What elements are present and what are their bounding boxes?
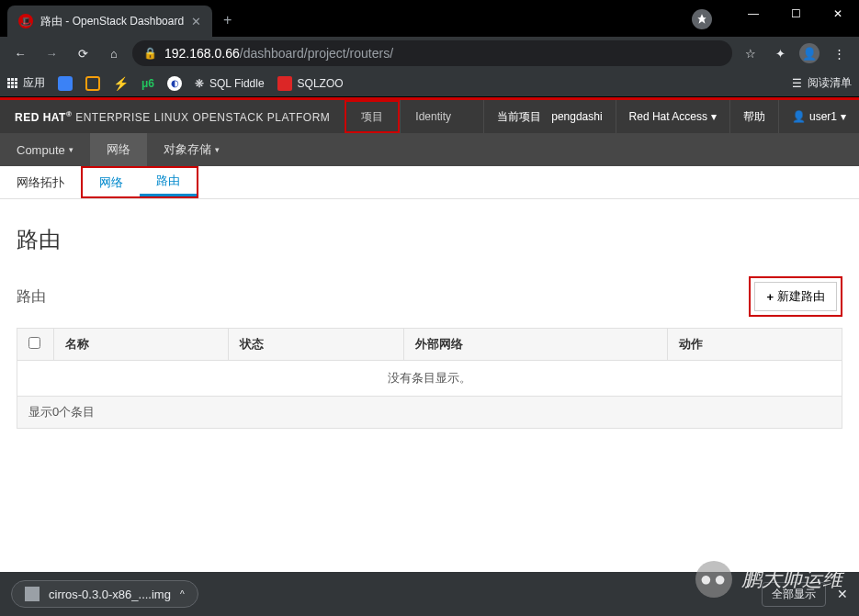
reading-list-label: 阅读清单 bbox=[808, 75, 852, 91]
bookmark-item[interactable] bbox=[85, 76, 100, 91]
toolbar-right: ☆ ✦ 👤 ⋮ bbox=[738, 40, 852, 66]
bookmarks-bar: 应用 ⚡ μ6 ◐ ❋SQL Fiddle SQLZOO ☰阅读清单 bbox=[0, 70, 859, 97]
maximize-button[interactable]: ☐ bbox=[774, 0, 817, 28]
tab-networks-label: 网络 bbox=[99, 174, 123, 191]
lock-icon: 🔒 bbox=[143, 47, 157, 60]
incognito-icon bbox=[692, 9, 712, 29]
chevron-down-icon: ▾ bbox=[215, 145, 220, 154]
new-tab-button[interactable]: + bbox=[223, 12, 232, 28]
tab-routers-label: 路由 bbox=[156, 173, 180, 189]
column-checkbox bbox=[17, 329, 54, 361]
reload-button[interactable]: ⟳ bbox=[70, 40, 96, 66]
nav-project-label: 项目 bbox=[361, 109, 383, 125]
profile-avatar[interactable]: 👤 bbox=[797, 40, 822, 66]
subnav-compute[interactable]: Compute ▾ bbox=[0, 133, 90, 166]
user-menu[interactable]: 👤 user1 ▾ bbox=[778, 100, 859, 133]
chevron-up-icon[interactable]: ^ bbox=[180, 589, 185, 599]
current-project-value: pengdashi bbox=[551, 110, 602, 123]
highlighted-tabs: 网络 路由 bbox=[81, 166, 198, 198]
close-window-button[interactable]: ✕ bbox=[817, 0, 859, 28]
close-downloads-bar-button[interactable]: ✕ bbox=[837, 587, 848, 601]
subnav-network-label: 网络 bbox=[107, 141, 130, 158]
subnav-object-storage-label: 对象存储 bbox=[164, 141, 211, 158]
bookmark-sqlzoo[interactable]: SQLZOO bbox=[277, 76, 344, 91]
browser-toolbar: ← → ⟳ ⌂ 🔒 192.168.0.66/dashboard/project… bbox=[0, 37, 859, 70]
new-router-button[interactable]: + 新建路由 bbox=[754, 282, 837, 311]
table-empty-message: 没有条目显示。 bbox=[17, 361, 842, 397]
address-bar[interactable]: 🔒 192.168.0.66/dashboard/project/routers… bbox=[132, 40, 732, 66]
header-right: 当前项目 pengdashi Red Hat Access ▾ 帮助 👤 use… bbox=[483, 100, 859, 133]
help-label: 帮助 bbox=[743, 109, 765, 125]
column-ext-net[interactable]: 外部网络 bbox=[403, 329, 667, 361]
bookmark-sql-fiddle[interactable]: ❋SQL Fiddle bbox=[195, 77, 265, 90]
tab-topology-label: 网络拓扑 bbox=[17, 174, 64, 191]
main-content: 路由 路由 + 新建路由 名称 状态 外部网络 动作 没有条目显示。 显示0个条… bbox=[0, 199, 859, 445]
primary-nav: 项目 Identity bbox=[345, 100, 466, 133]
panel-header: 路由 + 新建路由 bbox=[17, 276, 842, 317]
subnav-object-storage[interactable]: 对象存储 ▾ bbox=[147, 133, 236, 166]
list-icon: ☰ bbox=[792, 77, 802, 90]
current-project[interactable]: 当前项目 pengdashi bbox=[483, 100, 616, 133]
minimize-button[interactable]: ― bbox=[732, 0, 774, 28]
downloads-bar: cirros-0.3.0-x86_....img ^ 全部显示 ✕ bbox=[0, 572, 859, 616]
extensions-icon[interactable]: ✦ bbox=[767, 40, 793, 66]
subnav-network[interactable]: 网络 bbox=[90, 133, 147, 166]
brand-logo: RED HAT® ENTERPRISE LINUX OPENSTACK PLAT… bbox=[0, 110, 345, 124]
bookmark-icon bbox=[58, 76, 73, 91]
bookmark-label: SQL Fiddle bbox=[209, 77, 265, 90]
show-all-label: 全部显示 bbox=[772, 588, 816, 600]
bookmark-icon bbox=[277, 76, 292, 91]
plus-icon: + bbox=[766, 290, 774, 304]
bookmark-item[interactable] bbox=[58, 76, 73, 91]
brand-rest: ENTERPRISE LINUX OPENSTACK PLATFORM bbox=[72, 111, 330, 124]
forward-button[interactable]: → bbox=[39, 40, 64, 66]
download-filename: cirros-0.3.0-x86_....img bbox=[49, 588, 171, 601]
bookmark-icon: ⚡ bbox=[113, 76, 129, 91]
tertiary-tabs: 网络拓扑 网络 路由 bbox=[0, 166, 859, 199]
show-all-downloads-button[interactable]: 全部显示 bbox=[762, 582, 826, 607]
bookmark-icon: μ6 bbox=[141, 77, 154, 90]
column-status[interactable]: 状态 bbox=[229, 329, 403, 361]
close-tab-icon[interactable]: ✕ bbox=[191, 15, 201, 28]
home-button[interactable]: ⌂ bbox=[101, 40, 127, 66]
apps-grid-icon bbox=[7, 78, 17, 88]
star-icon[interactable]: ☆ bbox=[738, 40, 763, 66]
apps-label: 应用 bbox=[23, 75, 45, 91]
secondary-nav: Compute ▾ 网络 对象存储 ▾ bbox=[0, 133, 859, 166]
url-path: /dashboard/project/routers/ bbox=[240, 46, 393, 61]
bookmark-item[interactable]: ⚡ bbox=[113, 76, 129, 91]
tab-networks[interactable]: 网络 bbox=[83, 168, 140, 196]
back-button[interactable]: ← bbox=[7, 40, 33, 66]
gear-icon: ❋ bbox=[195, 77, 204, 90]
download-item[interactable]: cirros-0.3.0-x86_....img ^ bbox=[11, 580, 198, 608]
openstack-header: RED HAT® ENTERPRISE LINUX OPENSTACK PLAT… bbox=[0, 100, 859, 133]
nav-project[interactable]: 项目 bbox=[345, 100, 400, 133]
table-footer: 显示0个条目 bbox=[17, 397, 842, 429]
current-project-label: 当前项目 bbox=[497, 109, 541, 125]
apps-button[interactable]: 应用 bbox=[7, 75, 45, 91]
reading-list-button[interactable]: ☰阅读清单 bbox=[792, 75, 852, 91]
menu-icon[interactable]: ⋮ bbox=[826, 40, 852, 66]
column-name[interactable]: 名称 bbox=[54, 329, 229, 361]
user-icon: 👤 bbox=[792, 110, 806, 123]
new-router-highlight: + 新建路由 bbox=[749, 276, 842, 317]
tab-title: 路由 - OpenStack Dashboard bbox=[40, 14, 184, 29]
chevron-down-icon: ▾ bbox=[711, 110, 717, 123]
bookmark-label: SQLZOO bbox=[298, 77, 344, 90]
select-all-checkbox[interactable] bbox=[28, 337, 40, 349]
url-host: 192.168.0.66 bbox=[164, 46, 240, 61]
browser-tab[interactable]: 🎩 路由 - OpenStack Dashboard ✕ bbox=[7, 6, 212, 37]
bookmark-icon: ◐ bbox=[167, 76, 182, 91]
file-icon bbox=[25, 587, 40, 601]
bookmark-icon bbox=[85, 76, 100, 91]
access-label: Red Hat Access bbox=[629, 110, 707, 123]
tab-topology[interactable]: 网络拓扑 bbox=[0, 166, 81, 198]
bookmark-item[interactable]: μ6 bbox=[141, 77, 154, 90]
nav-identity[interactable]: Identity bbox=[400, 100, 466, 133]
window-controls: ― ☐ ✕ bbox=[732, 0, 859, 28]
bookmark-item[interactable]: ◐ bbox=[167, 76, 182, 91]
redhat-access-menu[interactable]: Red Hat Access ▾ bbox=[616, 100, 729, 133]
redhat-favicon: 🎩 bbox=[18, 14, 33, 28]
help-link[interactable]: 帮助 bbox=[729, 100, 778, 133]
tab-routers[interactable]: 路由 bbox=[140, 168, 197, 196]
